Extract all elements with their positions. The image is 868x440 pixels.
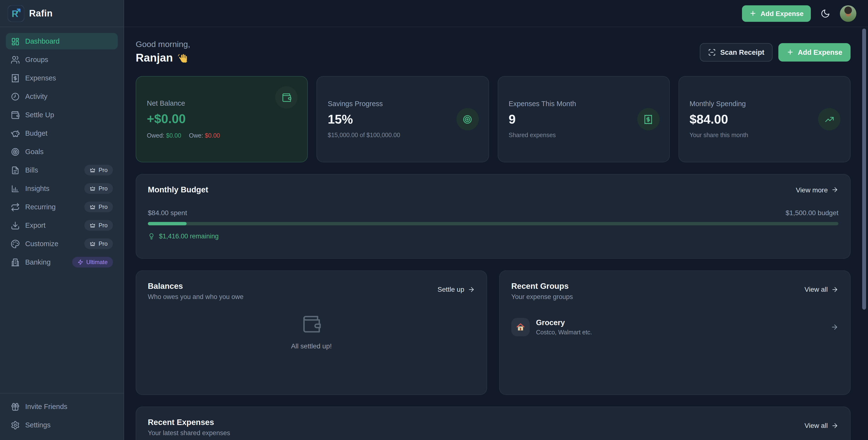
remaining-text: $1,416.00 remaining <box>159 232 219 240</box>
sidebar-item-goals[interactable]: Goals <box>6 144 118 160</box>
username-text: Ranjan <box>136 51 173 64</box>
app-window: R Rafin Dashboard Groups Expenses Activ <box>0 0 868 440</box>
monthly-budget-card: Monthly Budget View more $84.00 spent $1… <box>136 174 850 259</box>
stat-subtitle: Shared expenses <box>508 132 659 138</box>
pro-badge: Pro <box>85 220 113 231</box>
bar-chart-icon <box>11 184 20 193</box>
stat-title: Expenses This Month <box>508 100 659 107</box>
arrow-right-icon <box>831 186 838 193</box>
sidebar-item-label: Goals <box>25 148 43 156</box>
sidebar-item-expenses[interactable]: Expenses <box>6 70 118 86</box>
pro-badge: Pro <box>85 183 113 194</box>
sidebar-item-groups[interactable]: Groups <box>6 51 118 68</box>
gift-icon <box>11 402 20 411</box>
svg-text:R: R <box>12 8 18 19</box>
palette-icon <box>11 239 20 248</box>
sidebar-item-label: Export <box>25 221 45 229</box>
stat-title: Net Balance <box>147 99 297 107</box>
savings-progress-card: Savings Progress 15% $15,000.00 of $100,… <box>317 76 489 162</box>
sidebar-item-customize[interactable]: Customize Pro <box>6 235 118 252</box>
monthly-spending-card: Monthly Spending $84.00 Your share this … <box>679 76 851 162</box>
stat-title: Monthly Spending <box>690 100 840 107</box>
repeat-icon <box>11 202 20 212</box>
sidebar-item-label: Invite Friends <box>25 403 67 410</box>
bank-building-icon <box>11 257 20 267</box>
sidebar-nav: Dashboard Groups Expenses Activity Settl… <box>0 27 124 271</box>
user-avatar[interactable] <box>840 5 856 22</box>
sidebar-item-dashboard[interactable]: Dashboard <box>6 33 118 50</box>
crown-icon <box>90 222 96 228</box>
receipt-icon <box>637 108 660 130</box>
owe-value: $0.00 <box>205 132 220 139</box>
sidebar-header: R Rafin <box>0 0 124 27</box>
scan-receipt-button[interactable]: Scan Receipt <box>700 43 773 61</box>
greeting-text: Good morning, <box>136 40 190 50</box>
lightning-icon <box>78 259 83 265</box>
scan-icon <box>708 48 716 56</box>
sidebar-item-label: Banking <box>25 258 51 266</box>
arrow-right-icon <box>831 286 838 293</box>
pro-badge: Pro <box>85 239 113 249</box>
balances-empty-state: All settled up! <box>148 314 475 350</box>
sidebar-item-label: Activity <box>25 93 48 100</box>
dark-mode-toggle[interactable] <box>818 6 832 20</box>
budget-label: $1,500.00 budget <box>785 209 838 217</box>
sidebar-item-budget[interactable]: Budget <box>6 125 118 142</box>
sidebar-item-label: Budget <box>25 129 48 137</box>
pro-badge: Pro <box>85 201 113 212</box>
budget-title: Monthly Budget <box>148 185 208 194</box>
lightbulb-icon <box>148 232 155 240</box>
wallet-icon <box>11 110 20 120</box>
balances-title: Balances <box>148 282 244 291</box>
recent-groups-panel: Recent Groups Your expense groups View a… <box>499 271 850 395</box>
net-balance-card: Net Balance +$0.00 Owed: $0.00 Owe: $0.0… <box>136 76 308 162</box>
main-area: Add Expense Good morning, Ranjan <box>124 0 868 440</box>
sidebar-item-export[interactable]: Export Pro <box>6 217 118 233</box>
users-icon <box>11 55 20 64</box>
clock-icon <box>11 92 20 101</box>
stat-value: 9 <box>508 112 659 127</box>
owed-owe-row: Owed: $0.00 Owe: $0.00 <box>147 132 297 139</box>
panels-row: Balances Who owes you and who you owe Se… <box>136 271 850 395</box>
recent-groups-subtitle: Your expense groups <box>511 293 573 301</box>
crown-icon <box>90 204 96 210</box>
arrow-right-icon <box>831 323 838 331</box>
sidebar-item-label: Groups <box>25 56 48 63</box>
budget-amounts-row: $84.00 spent $1,500.00 budget <box>148 209 838 217</box>
sidebar-item-label: Settings <box>25 421 51 429</box>
page-header: Good morning, Ranjan Scan Receipt <box>136 40 850 64</box>
sidebar-item-label: Settle Up <box>25 111 54 119</box>
stat-subtitle: $15,000.00 of $100,000.00 <box>328 132 478 138</box>
sidebar-item-settings[interactable]: Settings <box>6 417 118 433</box>
add-expense-button-topbar[interactable]: Add Expense <box>742 5 811 22</box>
budget-progress-bar <box>148 222 838 225</box>
sidebar-item-recurring[interactable]: Recurring Pro <box>6 199 118 215</box>
spent-label: $84.00 spent <box>148 209 187 217</box>
stat-value: $84.00 <box>690 112 840 127</box>
sidebar-item-insights[interactable]: Insights Pro <box>6 180 118 197</box>
group-list-item[interactable]: Grocery Costco, Walmart etc. <box>511 318 838 336</box>
sidebar-item-banking[interactable]: Banking Ultimate <box>6 254 118 271</box>
balances-subtitle: Who owes you and who you owe <box>148 293 244 301</box>
sidebar-item-settle-up[interactable]: Settle Up <box>6 106 118 123</box>
view-all-groups-link[interactable]: View all <box>805 285 838 293</box>
plus-icon <box>786 49 794 56</box>
vertical-scrollbar-thumb[interactable] <box>862 29 866 310</box>
app-title: Rafin <box>29 8 53 19</box>
add-expense-button-header[interactable]: Add Expense <box>778 43 850 61</box>
sidebar-item-invite-friends[interactable]: Invite Friends <box>6 398 118 415</box>
target-icon <box>11 147 20 156</box>
view-more-link[interactable]: View more <box>796 186 838 194</box>
sidebar-item-bills[interactable]: Bills Pro <box>6 162 118 178</box>
view-all-expenses-link[interactable]: View all <box>805 421 838 429</box>
balances-empty-text: All settled up! <box>291 342 332 350</box>
sidebar-item-activity[interactable]: Activity <box>6 88 118 105</box>
stat-value: 15% <box>328 112 478 127</box>
house-icon <box>511 318 530 336</box>
app-logo: R <box>8 5 24 22</box>
crown-icon <box>90 241 96 247</box>
plus-icon <box>749 10 757 17</box>
settle-up-link[interactable]: Settle up <box>437 285 475 293</box>
group-description: Costco, Walmart etc. <box>536 329 592 336</box>
crown-icon <box>90 167 96 173</box>
